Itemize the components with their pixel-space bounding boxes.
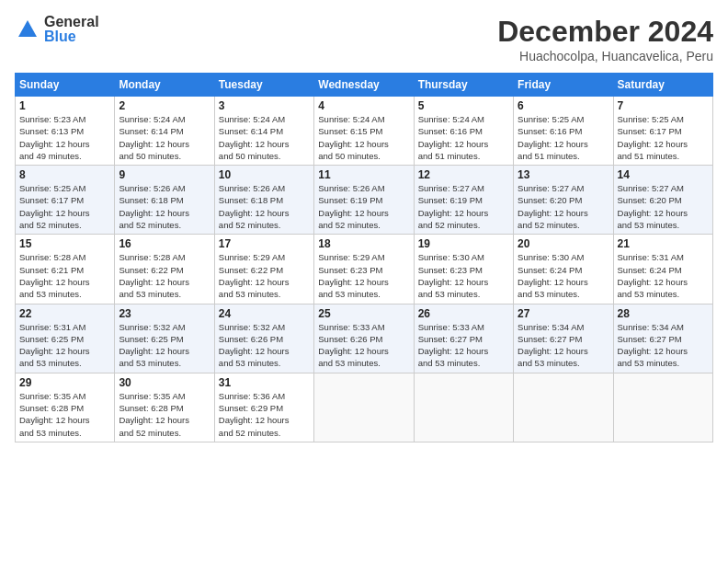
calendar-cell: 25Sunrise: 5:33 AM Sunset: 6:26 PM Dayli… (314, 304, 414, 373)
day-number: 1 (19, 99, 110, 112)
day-info: Sunrise: 5:25 AM Sunset: 6:17 PM Dayligh… (19, 182, 110, 231)
day-number: 21 (618, 237, 709, 250)
header: General Blue December 2024 Huachocolpa, … (15, 15, 713, 63)
subtitle: Huachocolpa, Huancavelica, Peru (497, 49, 713, 63)
calendar-cell: 24Sunrise: 5:32 AM Sunset: 6:26 PM Dayli… (214, 304, 313, 373)
calendar-cell: 7Sunrise: 5:25 AM Sunset: 6:17 PM Daylig… (613, 97, 712, 166)
week-row-4: 22Sunrise: 5:31 AM Sunset: 6:25 PM Dayli… (16, 304, 713, 373)
logo-general-text: General (44, 15, 99, 29)
calendar-cell: 31Sunrise: 5:36 AM Sunset: 6:29 PM Dayli… (214, 373, 313, 442)
day-number: 12 (418, 168, 509, 181)
day-number: 19 (418, 237, 509, 250)
week-row-3: 15Sunrise: 5:28 AM Sunset: 6:21 PM Dayli… (16, 235, 713, 304)
calendar-cell: 28Sunrise: 5:34 AM Sunset: 6:27 PM Dayli… (613, 304, 712, 373)
day-number: 22 (19, 307, 110, 320)
day-number: 31 (219, 376, 310, 389)
calendar-cell: 15Sunrise: 5:28 AM Sunset: 6:21 PM Dayli… (16, 235, 115, 304)
calendar-header-row: Sunday Monday Tuesday Wednesday Thursday… (16, 74, 713, 97)
day-info: Sunrise: 5:30 AM Sunset: 6:24 PM Dayligh… (518, 251, 609, 300)
day-number: 10 (219, 168, 310, 181)
calendar-cell: 12Sunrise: 5:27 AM Sunset: 6:19 PM Dayli… (414, 166, 513, 235)
day-info: Sunrise: 5:29 AM Sunset: 6:22 PM Dayligh… (219, 251, 310, 300)
col-tuesday: Tuesday (214, 74, 313, 97)
calendar-cell: 29Sunrise: 5:35 AM Sunset: 6:28 PM Dayli… (16, 373, 115, 442)
calendar-cell: 1Sunrise: 5:23 AM Sunset: 6:13 PM Daylig… (16, 97, 115, 166)
calendar-cell: 20Sunrise: 5:30 AM Sunset: 6:24 PM Dayli… (514, 235, 613, 304)
calendar-cell: 5Sunrise: 5:24 AM Sunset: 6:16 PM Daylig… (414, 97, 513, 166)
day-info: Sunrise: 5:26 AM Sunset: 6:19 PM Dayligh… (318, 182, 409, 231)
day-info: Sunrise: 5:24 AM Sunset: 6:15 PM Dayligh… (318, 113, 409, 162)
day-number: 28 (618, 307, 709, 320)
col-monday: Monday (115, 74, 214, 97)
logo-icon (15, 17, 40, 42)
page: General Blue December 2024 Huachocolpa, … (0, 0, 728, 563)
day-number: 13 (518, 168, 609, 181)
col-sunday: Sunday (16, 74, 115, 97)
day-number: 26 (418, 307, 509, 320)
day-info: Sunrise: 5:23 AM Sunset: 6:13 PM Dayligh… (19, 113, 110, 162)
day-number: 18 (318, 237, 409, 250)
day-info: Sunrise: 5:26 AM Sunset: 6:18 PM Dayligh… (119, 182, 210, 231)
day-info: Sunrise: 5:35 AM Sunset: 6:28 PM Dayligh… (119, 390, 210, 439)
day-info: Sunrise: 5:30 AM Sunset: 6:23 PM Dayligh… (418, 251, 509, 300)
day-info: Sunrise: 5:25 AM Sunset: 6:17 PM Dayligh… (618, 113, 709, 162)
day-number: 15 (19, 237, 110, 250)
day-info: Sunrise: 5:31 AM Sunset: 6:25 PM Dayligh… (19, 321, 110, 370)
day-number: 4 (318, 99, 409, 112)
calendar-cell: 8Sunrise: 5:25 AM Sunset: 6:17 PM Daylig… (16, 166, 115, 235)
day-info: Sunrise: 5:24 AM Sunset: 6:14 PM Dayligh… (219, 113, 310, 162)
day-number: 11 (318, 168, 409, 181)
day-info: Sunrise: 5:33 AM Sunset: 6:26 PM Dayligh… (318, 321, 409, 370)
day-number: 6 (518, 99, 609, 112)
calendar-cell: 22Sunrise: 5:31 AM Sunset: 6:25 PM Dayli… (16, 304, 115, 373)
day-info: Sunrise: 5:31 AM Sunset: 6:24 PM Dayligh… (618, 251, 709, 300)
day-info: Sunrise: 5:36 AM Sunset: 6:29 PM Dayligh… (219, 390, 310, 439)
logo: General Blue (15, 15, 99, 44)
day-info: Sunrise: 5:25 AM Sunset: 6:16 PM Dayligh… (518, 113, 609, 162)
calendar-cell: 2Sunrise: 5:24 AM Sunset: 6:14 PM Daylig… (115, 97, 214, 166)
col-saturday: Saturday (613, 74, 712, 97)
day-number: 16 (119, 237, 210, 250)
day-info: Sunrise: 5:32 AM Sunset: 6:25 PM Dayligh… (119, 321, 210, 370)
calendar-cell: 3Sunrise: 5:24 AM Sunset: 6:14 PM Daylig… (214, 97, 313, 166)
calendar-cell: 26Sunrise: 5:33 AM Sunset: 6:27 PM Dayli… (414, 304, 513, 373)
calendar-cell: 30Sunrise: 5:35 AM Sunset: 6:28 PM Dayli… (115, 373, 214, 442)
day-number: 8 (19, 168, 110, 181)
calendar-cell: 4Sunrise: 5:24 AM Sunset: 6:15 PM Daylig… (314, 97, 414, 166)
calendar-cell: 11Sunrise: 5:26 AM Sunset: 6:19 PM Dayli… (314, 166, 414, 235)
day-number: 29 (19, 376, 110, 389)
day-number: 24 (219, 307, 310, 320)
day-number: 30 (119, 376, 210, 389)
calendar-cell: 21Sunrise: 5:31 AM Sunset: 6:24 PM Dayli… (613, 235, 712, 304)
day-info: Sunrise: 5:24 AM Sunset: 6:14 PM Dayligh… (119, 113, 210, 162)
day-number: 2 (119, 99, 210, 112)
col-thursday: Thursday (414, 74, 513, 97)
calendar-cell: 27Sunrise: 5:34 AM Sunset: 6:27 PM Dayli… (514, 304, 613, 373)
title-block: December 2024 Huachocolpa, Huancavelica,… (497, 15, 713, 63)
week-row-1: 1Sunrise: 5:23 AM Sunset: 6:13 PM Daylig… (16, 97, 713, 166)
day-info: Sunrise: 5:26 AM Sunset: 6:18 PM Dayligh… (219, 182, 310, 231)
logo-blue-text: Blue (44, 29, 99, 44)
day-info: Sunrise: 5:27 AM Sunset: 6:20 PM Dayligh… (618, 182, 709, 231)
calendar: Sunday Monday Tuesday Wednesday Thursday… (15, 73, 713, 442)
day-number: 9 (119, 168, 210, 181)
day-number: 25 (318, 307, 409, 320)
calendar-cell: 14Sunrise: 5:27 AM Sunset: 6:20 PM Dayli… (613, 166, 712, 235)
day-info: Sunrise: 5:33 AM Sunset: 6:27 PM Dayligh… (418, 321, 509, 370)
calendar-cell: 18Sunrise: 5:29 AM Sunset: 6:23 PM Dayli… (314, 235, 414, 304)
calendar-cell: 17Sunrise: 5:29 AM Sunset: 6:22 PM Dayli… (214, 235, 313, 304)
calendar-cell (414, 373, 513, 442)
calendar-cell: 16Sunrise: 5:28 AM Sunset: 6:22 PM Dayli… (115, 235, 214, 304)
col-friday: Friday (514, 74, 613, 97)
day-number: 23 (119, 307, 210, 320)
day-info: Sunrise: 5:32 AM Sunset: 6:26 PM Dayligh… (219, 321, 310, 370)
day-info: Sunrise: 5:34 AM Sunset: 6:27 PM Dayligh… (618, 321, 709, 370)
calendar-cell (613, 373, 712, 442)
day-number: 3 (219, 99, 310, 112)
calendar-cell (314, 373, 414, 442)
week-row-2: 8Sunrise: 5:25 AM Sunset: 6:17 PM Daylig… (16, 166, 713, 235)
day-info: Sunrise: 5:27 AM Sunset: 6:20 PM Dayligh… (518, 182, 609, 231)
logo-text: General Blue (44, 15, 99, 44)
day-info: Sunrise: 5:34 AM Sunset: 6:27 PM Dayligh… (518, 321, 609, 370)
day-info: Sunrise: 5:28 AM Sunset: 6:21 PM Dayligh… (19, 251, 110, 300)
